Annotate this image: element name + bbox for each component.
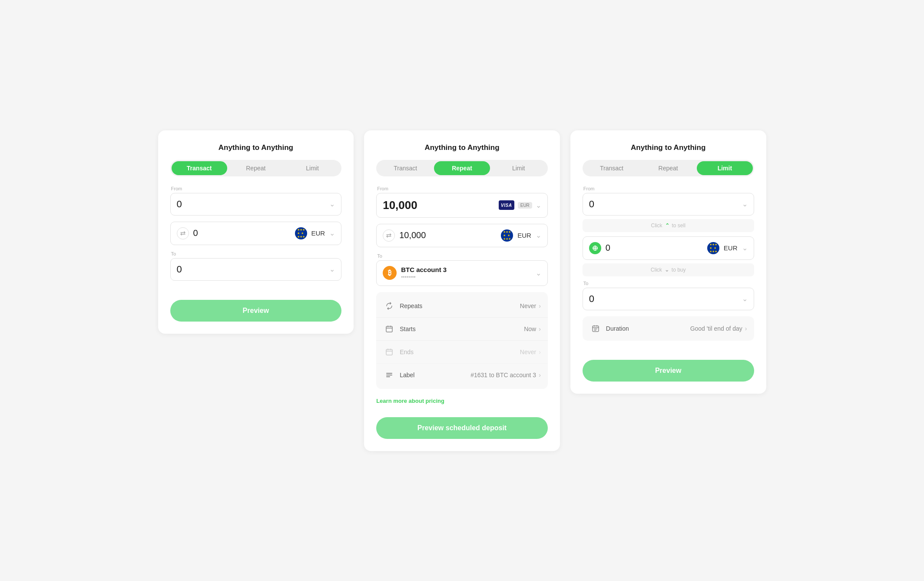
panel-repeat: Anything to Anything Transact Repeat Lim… bbox=[364, 130, 560, 451]
from-chevron-transact: ⌄ bbox=[329, 200, 335, 208]
svg-rect-3 bbox=[386, 375, 392, 375]
from-label-limit: From bbox=[583, 186, 754, 191]
preview-button-repeat[interactable]: Preview scheduled deposit bbox=[376, 417, 548, 439]
currency-code-limit: EUR bbox=[724, 244, 738, 252]
from-value-repeat: 10,000 bbox=[383, 199, 417, 212]
to-label-transact: To bbox=[170, 251, 342, 256]
currency-chevron-transact: ⌄ bbox=[329, 229, 335, 237]
repeats-icon bbox=[383, 300, 395, 312]
label-row[interactable]: Label #1631 to BTC account 3 › bbox=[376, 364, 548, 386]
starts-icon bbox=[383, 323, 395, 335]
from-field-transact[interactable]: 0 ⌄ bbox=[170, 193, 342, 216]
green-circle-limit bbox=[589, 242, 601, 254]
to-chevron-limit: ⌄ bbox=[742, 295, 748, 303]
hint-sell-arrow: ⌃ bbox=[665, 222, 669, 229]
to-field-limit[interactable]: 0 ⌄ bbox=[583, 288, 754, 310]
btc-icon-repeat: ₿ bbox=[383, 266, 397, 280]
repeats-key: Repeats bbox=[400, 302, 520, 309]
hint-buy-text: to buy bbox=[672, 267, 686, 273]
page-wrapper: Anything to Anything Transact Repeat Lim… bbox=[158, 130, 766, 451]
label-icon bbox=[383, 369, 395, 381]
repeats-chevron: › bbox=[539, 302, 541, 309]
from-value-limit: 0 bbox=[589, 199, 594, 210]
from-label-transact: From bbox=[170, 186, 342, 191]
repeats-row[interactable]: Repeats Never › bbox=[376, 295, 548, 318]
to-btc-field-repeat[interactable]: ₿ BTC account 3 •••••••• ⌄ bbox=[376, 260, 548, 286]
currency-amount-repeat: 10,000 bbox=[399, 230, 497, 240]
eur-flag-limit: ★★★★ ★★★★ bbox=[707, 242, 719, 254]
currency-row-limit[interactable]: 0 ★★★★ ★★★★ EUR ⌄ bbox=[583, 236, 754, 260]
panel-limit-title: Anything to Anything bbox=[583, 143, 754, 152]
from-field-limit[interactable]: 0 ⌄ bbox=[583, 193, 754, 216]
from-chevron-limit: ⌄ bbox=[742, 200, 748, 208]
to-label-limit: To bbox=[583, 281, 754, 286]
btc-chevron-repeat: ⌄ bbox=[536, 269, 541, 277]
tab-transact-repeat[interactable]: Repeat bbox=[228, 161, 284, 175]
to-field-transact[interactable]: 0 ⌄ bbox=[170, 258, 342, 281]
ends-row: Ends Never › bbox=[376, 341, 548, 364]
starts-key: Starts bbox=[400, 325, 524, 332]
currency-row-repeat[interactable]: 10,000 ★★★★ ★★★★ EUR ⌄ bbox=[376, 224, 548, 247]
btc-name-repeat: BTC account 3 •••••••• bbox=[401, 266, 531, 280]
currency-code-transact: EUR bbox=[311, 229, 325, 237]
duration-row-limit[interactable]: Duration Good 'til end of day › bbox=[583, 316, 754, 341]
duration-chevron: › bbox=[745, 325, 747, 332]
ends-val: Never bbox=[520, 349, 536, 355]
eur-flag-transact: ★★★★ ★★★★ bbox=[295, 227, 307, 239]
to-value-transact: 0 bbox=[177, 264, 182, 275]
tab-transact-transact[interactable]: Transact bbox=[172, 161, 227, 175]
swap-icon-transact bbox=[177, 227, 189, 239]
label-val: #1631 to BTC account 3 bbox=[470, 372, 536, 378]
ends-chevron: › bbox=[539, 349, 541, 355]
tab-repeat-limit[interactable]: Limit bbox=[491, 161, 546, 175]
from-field-repeat[interactable]: 10,000 VISA EUR ⌄ bbox=[376, 193, 548, 218]
info-list-repeat: Repeats Never › Starts Now › bbox=[376, 292, 548, 389]
to-group-transact: To 0 ⌄ bbox=[170, 251, 342, 281]
currency-chevron-repeat: ⌄ bbox=[536, 231, 541, 239]
to-value-limit: 0 bbox=[589, 293, 594, 305]
learn-more-link[interactable]: Learn more about pricing bbox=[376, 398, 548, 404]
panel-limit: Anything to Anything Transact Repeat Lim… bbox=[570, 130, 766, 394]
from-group-repeat: From 10,000 VISA EUR ⌄ bbox=[376, 186, 548, 218]
tab-repeat-repeat[interactable]: Repeat bbox=[434, 161, 490, 175]
to-group-limit: To 0 ⌄ bbox=[583, 281, 754, 310]
preview-button-limit[interactable]: Preview bbox=[583, 360, 754, 382]
currency-code-repeat: EUR bbox=[517, 232, 531, 239]
from-value-transact: 0 bbox=[177, 199, 182, 210]
tab-limit-repeat[interactable]: Repeat bbox=[640, 161, 696, 175]
hint-sell-text: to sell bbox=[672, 222, 686, 229]
from-group-transact: From 0 ⌄ bbox=[170, 186, 342, 216]
tab-bar-limit: Transact Repeat Limit bbox=[583, 160, 754, 176]
svg-rect-4 bbox=[386, 376, 390, 377]
to-label-repeat: To bbox=[376, 253, 548, 259]
btc-account-name-repeat: BTC account 3 bbox=[401, 266, 531, 273]
starts-chevron: › bbox=[539, 325, 541, 332]
to-chevron-transact: ⌄ bbox=[329, 265, 335, 273]
currency-amount-limit: 0 bbox=[606, 243, 703, 253]
account-badge-repeat: EUR bbox=[518, 202, 532, 209]
duration-val: Good 'til end of day bbox=[690, 325, 742, 332]
label-key: Label bbox=[400, 372, 470, 378]
tab-limit-transact[interactable]: Transact bbox=[584, 161, 639, 175]
tab-repeat-transact[interactable]: Transact bbox=[378, 161, 433, 175]
from-label-repeat: From bbox=[376, 186, 548, 191]
visa-badge-repeat: VISA bbox=[499, 200, 514, 210]
tab-bar-transact: Transact Repeat Limit bbox=[170, 160, 342, 176]
from-group-limit: From 0 ⌄ bbox=[583, 186, 754, 216]
ends-icon bbox=[383, 346, 395, 358]
preview-button-transact[interactable]: Preview bbox=[170, 300, 342, 322]
hint-sell-click: Click bbox=[651, 222, 662, 229]
duration-key: Duration bbox=[606, 325, 690, 332]
duration-icon bbox=[590, 322, 602, 335]
svg-rect-0 bbox=[386, 326, 392, 332]
starts-row[interactable]: Starts Now › bbox=[376, 318, 548, 341]
swap-icon-repeat bbox=[383, 229, 395, 242]
panel-transact-title: Anything to Anything bbox=[170, 143, 342, 152]
svg-rect-1 bbox=[386, 349, 392, 355]
panel-transact: Anything to Anything Transact Repeat Lim… bbox=[158, 130, 354, 334]
tab-transact-limit[interactable]: Limit bbox=[285, 161, 340, 175]
ends-key: Ends bbox=[400, 349, 520, 355]
currency-row-transact[interactable]: 0 ★★★★ ★★★★ EUR ⌄ bbox=[170, 222, 342, 245]
svg-rect-2 bbox=[386, 373, 392, 374]
tab-limit-limit[interactable]: Limit bbox=[697, 161, 752, 175]
